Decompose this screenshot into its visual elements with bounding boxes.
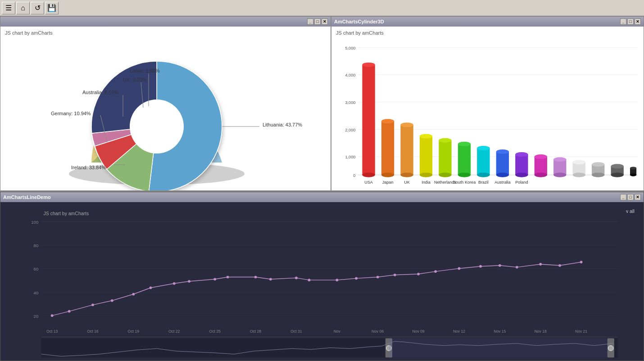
donut-content: JS chart by amCharts bbox=[0, 27, 331, 190]
svg-text:Nov 06: Nov 06 bbox=[372, 329, 384, 334]
donut-chart-container: Lithuania: 43.77% Ireland: 33.84% German… bbox=[0, 36, 331, 190]
svg-point-112 bbox=[295, 277, 298, 280]
svg-text:Aug 20: Aug 20 bbox=[144, 360, 155, 361]
svg-point-70 bbox=[611, 173, 624, 177]
svg-text:Oct 19: Oct 19 bbox=[128, 329, 139, 334]
home-button[interactable]: ⌂ bbox=[16, 2, 30, 14]
svg-text:Oct 29: Oct 29 bbox=[487, 360, 497, 361]
svg-point-124 bbox=[539, 263, 542, 266]
line-titlebar[interactable]: AmChartsLineDemo _ □ ✕ bbox=[0, 192, 644, 202]
cyl-minimize-btn[interactable]: _ bbox=[620, 18, 626, 25]
svg-text:100: 100 bbox=[31, 220, 38, 225]
cyl-maximize-btn[interactable]: □ bbox=[627, 18, 634, 25]
svg-text:Oct 25: Oct 25 bbox=[209, 329, 221, 334]
svg-point-64 bbox=[573, 173, 585, 177]
cylinder-titlebar[interactable]: AmChartsCylinder3D _ □ ✕ bbox=[331, 17, 644, 27]
svg-text:Aug 13: Aug 13 bbox=[110, 360, 121, 361]
menu-button[interactable]: ☰ bbox=[2, 2, 15, 14]
svg-rect-59 bbox=[553, 159, 566, 175]
svg-text:Nov 18: Nov 18 bbox=[535, 329, 547, 334]
svg-text:Nov 21: Nov 21 bbox=[575, 329, 587, 334]
svg-point-108 bbox=[213, 278, 216, 280]
svg-point-53 bbox=[515, 152, 528, 157]
uk-label: UK: 3.20% bbox=[123, 77, 147, 82]
svg-point-103 bbox=[111, 299, 113, 302]
svg-point-33 bbox=[420, 134, 432, 139]
donut-svg: Lithuania: 43.77% Ireland: 33.84% German… bbox=[13, 36, 319, 190]
svg-point-54 bbox=[515, 173, 528, 177]
cylinder-panel: AmChartsCylinder3D _ □ ✕ JS chart by amC… bbox=[331, 16, 644, 191]
svg-rect-20 bbox=[362, 65, 375, 175]
svg-point-41 bbox=[458, 142, 471, 146]
line-titlebar-controls: _ □ ✕ bbox=[620, 194, 641, 200]
svg-text:Sep: Sep bbox=[215, 360, 222, 361]
svg-point-102 bbox=[91, 303, 94, 306]
svg-point-45 bbox=[477, 146, 490, 150]
svg-point-123 bbox=[516, 266, 518, 269]
svg-point-121 bbox=[479, 265, 482, 268]
line-minimize-btn[interactable]: _ bbox=[620, 194, 626, 200]
svg-rect-156 bbox=[389, 338, 607, 358]
svg-text:0: 0 bbox=[353, 173, 355, 178]
svg-point-50 bbox=[496, 173, 509, 177]
svg-point-106 bbox=[173, 282, 176, 285]
cylinder-title: AmChartsCylinder3D bbox=[334, 19, 384, 24]
svg-point-111 bbox=[269, 278, 272, 280]
maximize-btn[interactable]: □ bbox=[314, 18, 321, 25]
svg-rect-52 bbox=[515, 154, 528, 175]
cylinder-content: JS chart by amCharts 5,000 4,000 3,000 2… bbox=[331, 27, 644, 190]
svg-text:Oct: Oct bbox=[353, 360, 358, 361]
svg-point-120 bbox=[458, 267, 461, 270]
svg-point-26 bbox=[381, 173, 394, 177]
cyl-close-btn[interactable]: ✕ bbox=[635, 18, 641, 25]
line-close-btn[interactable]: ✕ bbox=[635, 194, 641, 200]
svg-point-116 bbox=[376, 276, 379, 279]
latvia-label: Latvia: 1.68% bbox=[130, 68, 160, 73]
save-button[interactable]: 💾 bbox=[45, 2, 59, 14]
svg-point-67 bbox=[592, 173, 604, 177]
svg-text:Poland: Poland bbox=[515, 180, 528, 185]
svg-rect-44 bbox=[477, 148, 490, 175]
svg-rect-56 bbox=[535, 157, 547, 175]
svg-point-1 bbox=[130, 99, 184, 153]
svg-point-107 bbox=[188, 280, 190, 283]
donut-titlebar[interactable]: _ □ ✕ bbox=[0, 17, 331, 27]
svg-point-30 bbox=[400, 173, 413, 177]
line-maximize-btn[interactable]: □ bbox=[627, 194, 634, 200]
svg-text:3,000: 3,000 bbox=[345, 100, 356, 105]
svg-rect-36 bbox=[439, 140, 451, 175]
minimize-btn[interactable]: _ bbox=[307, 18, 313, 25]
svg-point-125 bbox=[558, 264, 561, 267]
svg-text:60: 60 bbox=[34, 266, 39, 271]
lithuania-label: Lithuania: 43.77% bbox=[263, 122, 302, 127]
svg-text:Sep 17: Sep 17 bbox=[281, 360, 292, 361]
svg-rect-24 bbox=[381, 121, 394, 175]
svg-point-114 bbox=[336, 279, 338, 281]
svg-point-122 bbox=[499, 264, 501, 267]
australia-label: Australia: 6.57% bbox=[82, 90, 118, 95]
svg-text:1,000: 1,000 bbox=[345, 155, 356, 159]
svg-text:Jul 30: Jul 30 bbox=[43, 360, 52, 361]
svg-point-105 bbox=[150, 286, 152, 289]
svg-point-100 bbox=[51, 314, 54, 317]
svg-point-38 bbox=[439, 173, 451, 177]
svg-text:Sep 10: Sep 10 bbox=[247, 360, 258, 361]
svg-text:Nov: Nov bbox=[334, 329, 341, 334]
svg-point-25 bbox=[381, 119, 394, 123]
svg-text:4,000: 4,000 bbox=[345, 73, 356, 77]
titlebar-controls: _ □ ✕ bbox=[307, 18, 328, 25]
donut-chart-label: JS chart by amCharts bbox=[5, 30, 53, 36]
svg-point-69 bbox=[611, 164, 624, 168]
undo-button[interactable]: ↺ bbox=[31, 2, 44, 14]
cylinder-titlebar-controls: _ □ ✕ bbox=[620, 18, 641, 25]
svg-rect-32 bbox=[420, 136, 432, 175]
svg-text:Nov 12: Nov 12 bbox=[453, 329, 465, 334]
svg-text:20: 20 bbox=[34, 314, 39, 319]
svg-point-21 bbox=[362, 63, 375, 67]
close-btn[interactable]: ✕ bbox=[322, 18, 328, 25]
svg-text:Oct 22: Oct 22 bbox=[453, 360, 463, 361]
svg-point-101 bbox=[68, 310, 71, 313]
svg-text:India: India bbox=[422, 180, 431, 185]
svg-point-46 bbox=[477, 173, 490, 177]
svg-text:JS chart by amCharts: JS chart by amCharts bbox=[44, 211, 89, 216]
